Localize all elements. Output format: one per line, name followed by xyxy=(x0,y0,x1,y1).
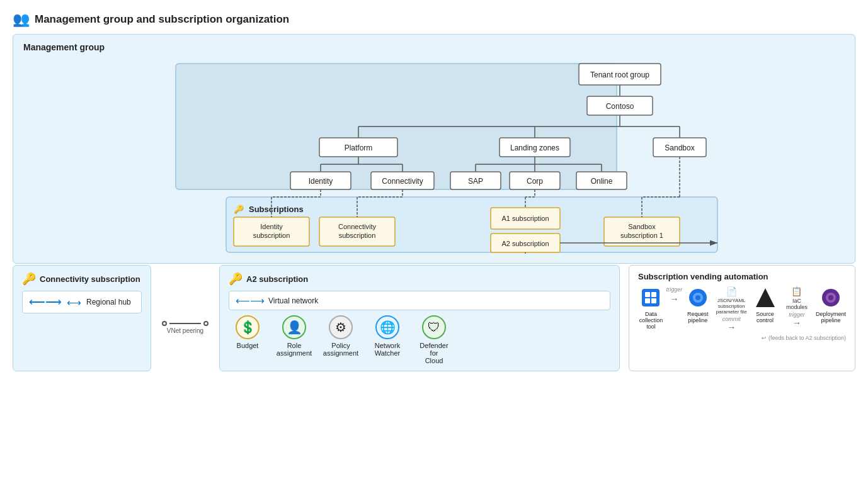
policy-assignment-icon: ⚙ xyxy=(329,315,353,339)
svg-text:Subscriptions: Subscriptions xyxy=(249,205,304,214)
request-pipeline-label: Request pipeline xyxy=(687,311,709,323)
svg-text:Connectivity: Connectivity xyxy=(338,223,376,230)
svg-rect-68 xyxy=(642,289,660,306)
svg-text:Sandbox: Sandbox xyxy=(628,223,656,230)
svg-text:Landing zones: Landing zones xyxy=(510,143,559,152)
people-icon: 👥 xyxy=(13,11,30,28)
vnet-peering-area: VNet peering xyxy=(160,265,210,371)
role-assignment-icon-item: 👤 Role assignment xyxy=(275,315,313,357)
svg-text:A1 subscription: A1 subscription xyxy=(501,215,549,222)
hub-icon: ⟷ xyxy=(67,296,81,308)
svg-text:SAP: SAP xyxy=(468,177,483,186)
network-watcher-icon: 🌐 xyxy=(375,315,399,339)
iac-arrow-area: 📋 IaC modules trigger → xyxy=(780,286,813,328)
a2-icons-row: 💲 Budget 👤 Role assignment ⚙ Policy assi… xyxy=(229,315,610,364)
svg-text:Identity: Identity xyxy=(260,223,283,230)
param-file-icon: 📄 xyxy=(726,286,737,296)
policy-assignment-icon-item: ⚙ Policy assignment xyxy=(322,315,360,357)
org-chart-svg: Tenant root group Contoso Platform xyxy=(23,59,845,254)
peering-line xyxy=(169,323,201,324)
svg-rect-69 xyxy=(645,292,650,297)
vend-arrow-1: trigger → xyxy=(666,286,683,304)
budget-label: Budget xyxy=(237,342,259,349)
source-control-label: Source control xyxy=(756,311,774,323)
commit-label: commit xyxy=(722,316,741,322)
key-icon-connectivity: 🔑 xyxy=(22,272,36,286)
source-control-node: Source control xyxy=(752,286,778,323)
deployment-pipeline-icon xyxy=(819,286,842,309)
vnet-peering-connector xyxy=(162,321,208,326)
page-title: 👥 Management group and subscription orga… xyxy=(13,11,855,28)
management-group-box: Management group Tenant root group Conto… xyxy=(13,34,855,264)
data-collection-label: Data collection tool xyxy=(639,311,663,330)
vnet-peering-label: VNet peering xyxy=(167,327,203,334)
trigger-label-1: trigger xyxy=(666,286,683,293)
defender-cloud-label: Defender for Cloud xyxy=(415,342,453,364)
management-group-title: Management group xyxy=(23,42,845,52)
vnet-icon: ⟵⟶ xyxy=(236,295,265,306)
vending-title: Subscription vending automation xyxy=(638,272,846,281)
svg-rect-71 xyxy=(645,298,650,303)
peering-dot-left xyxy=(162,321,167,326)
trigger-label-2: trigger xyxy=(789,312,805,318)
network-watcher-icon-item: 🌐 Network Watcher xyxy=(368,315,406,357)
svg-text:Contoso: Contoso xyxy=(606,102,634,111)
a2-subscription-box: 🔑 A2 subscription ⟵⟶ Virtual network 💲 B… xyxy=(219,265,620,371)
iac-icon: 📋 xyxy=(791,286,802,296)
a2-sub-title: 🔑 A2 subscription xyxy=(229,272,610,286)
iac-box: 📋 IaC modules xyxy=(780,286,813,310)
param-file-label: JSON/YAML subscription parameter file xyxy=(716,298,747,315)
data-collection-node: Data collection tool xyxy=(638,286,664,330)
bottom-section: 🔑 Connectivity subscription ⟵⟶ ⟷ Regiona… xyxy=(13,265,855,371)
virtual-network-row: ⟵⟶ Virtual network xyxy=(229,291,610,310)
svg-text:Tenant root group: Tenant root group xyxy=(590,70,649,79)
deployment-pipeline-label: Deployment pipeline xyxy=(816,311,846,323)
svg-rect-70 xyxy=(651,292,656,297)
request-pipeline-icon xyxy=(687,286,709,309)
param-file-box: 📄 JSON/YAML subscription parameter file xyxy=(713,286,750,315)
vending-diagram: Data collection tool trigger → Request p… xyxy=(638,286,846,332)
svg-text:Corp: Corp xyxy=(527,177,543,186)
source-control-icon xyxy=(754,286,777,309)
org-chart: Tenant root group Contoso Platform xyxy=(23,59,845,256)
regional-hub-row: ⟵⟶ ⟷ Regional hub xyxy=(22,291,142,313)
svg-text:Online: Online xyxy=(591,177,613,186)
svg-text:Sandbox: Sandbox xyxy=(665,143,694,152)
peering-dot-right xyxy=(203,321,208,326)
policy-assignment-label: Policy assignment xyxy=(323,342,358,357)
vend-arrow-2: commit → xyxy=(722,316,741,332)
svg-text:A2 subscription: A2 subscription xyxy=(501,240,549,247)
request-pipeline-node: Request pipeline xyxy=(685,286,711,323)
connectivity-subscription-box: 🔑 Connectivity subscription ⟵⟶ ⟷ Regiona… xyxy=(13,265,151,371)
svg-point-78 xyxy=(828,295,833,300)
svg-text:subscription: subscription xyxy=(253,232,290,239)
defender-cloud-icon-item: 🛡 Defender for Cloud xyxy=(415,315,453,364)
deployment-pipeline-node: Deployment pipeline xyxy=(816,286,846,323)
key-icon-a2: 🔑 xyxy=(229,272,243,286)
role-assignment-icon: 👤 xyxy=(282,315,306,339)
defender-cloud-icon: 🛡 xyxy=(422,315,446,339)
svg-point-75 xyxy=(695,295,700,300)
role-assignment-label: Role assignment xyxy=(277,342,312,357)
network-watcher-label: Network Watcher xyxy=(375,342,401,357)
svg-text:Connectivity: Connectivity xyxy=(382,177,423,186)
svg-text:subscription 1: subscription 1 xyxy=(620,232,663,239)
network-icon-connectivity: ⟵⟶ xyxy=(29,295,62,309)
svg-text:Identity: Identity xyxy=(309,177,333,186)
svg-text:Platform: Platform xyxy=(345,143,373,152)
svg-text:subscription: subscription xyxy=(339,232,376,239)
feedback-arrow-note: ↩ (feeds back to A2 subscription) xyxy=(638,335,846,341)
data-collection-icon xyxy=(639,286,662,309)
iac-label: IaC modules xyxy=(786,298,808,310)
budget-icon-item: 💲 Budget xyxy=(229,315,266,349)
svg-rect-72 xyxy=(651,298,656,303)
param-arrow-area: 📄 JSON/YAML subscription parameter file … xyxy=(713,286,750,332)
vend-arrow-3: trigger → xyxy=(789,312,805,328)
budget-icon: 💲 xyxy=(236,315,260,339)
svg-text:🔑: 🔑 xyxy=(234,204,244,215)
vending-automation-box: Subscription vending automation Data col… xyxy=(629,265,855,371)
connectivity-sub-title: 🔑 Connectivity subscription xyxy=(22,272,142,286)
